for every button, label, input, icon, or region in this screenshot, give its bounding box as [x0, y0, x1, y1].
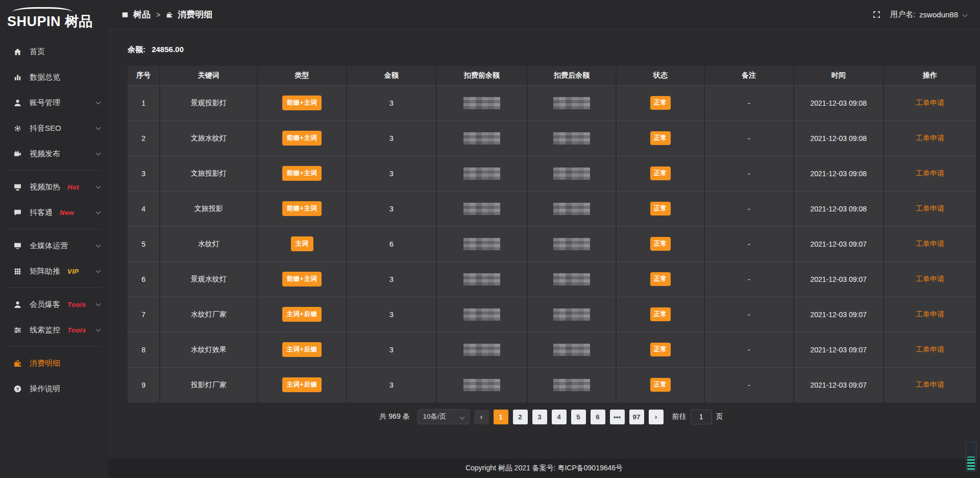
cell-action: 工单申请 [884, 85, 976, 121]
sidebar-item-9[interactable]: 矩阵助推VIP [0, 258, 108, 284]
page-button-97[interactable]: 97 [629, 410, 644, 424]
sidebar-item-12[interactable]: 消费明细 [0, 350, 108, 376]
column-header: 扣费前余额 [436, 66, 527, 85]
page-button-1[interactable]: 1 [494, 410, 508, 424]
page-button-5[interactable]: 5 [571, 410, 586, 424]
cell-status: 正常 [616, 261, 704, 297]
type-badge: 前缀+主词 [282, 166, 322, 181]
column-header: 类型 [257, 66, 347, 85]
cell-action: 工单申请 [884, 261, 976, 297]
cell-status: 正常 [616, 121, 704, 156]
main-area: 树品 > 消费明细 用户名: zswodun88 [108, 0, 980, 478]
floating-widget[interactable] [966, 442, 976, 471]
censored-value [463, 203, 500, 215]
work-order-link[interactable]: 工单申请 [916, 275, 944, 283]
sidebar-item-label: 视频加热 [30, 182, 60, 192]
table-row: 4文旅投影前缀+主词3正常-2021-12-03 09:08工单申请 [128, 191, 976, 226]
cell-balance-after [527, 226, 617, 261]
video-icon [13, 150, 22, 158]
table-row: 9投影灯厂家主词+后缀3正常-2021-12-03 09:07工单申请 [128, 367, 976, 402]
cell-balance-before [436, 226, 527, 261]
cell-index: 8 [128, 332, 160, 367]
cell-time: 2021-12-03 09:08 [794, 156, 884, 191]
user-menu[interactable]: 用户名: zswodun88 [890, 10, 967, 19]
censored-value [463, 238, 500, 250]
next-page-button[interactable]: › [649, 410, 664, 424]
sidebar-item-label: 操作说明 [30, 384, 60, 394]
cell-type: 前缀+主词 [257, 121, 347, 156]
chat-icon [13, 208, 22, 217]
type-badge: 前缀+主词 [282, 95, 322, 110]
page-ellipsis-button[interactable]: ••• [610, 410, 625, 424]
logo-text: SHUPIN 树品 [7, 12, 108, 31]
work-order-link[interactable]: 工单申请 [916, 99, 944, 107]
cell-balance-after [527, 367, 617, 402]
work-order-link[interactable]: 工单申请 [916, 240, 944, 248]
sidebar-item-8[interactable]: 全媒体运营 [0, 233, 108, 258]
cell-action: 工单申请 [884, 156, 976, 191]
chevron-down-icon [96, 301, 101, 306]
work-order-link[interactable]: 工单申请 [916, 134, 944, 142]
page-size-select[interactable]: 10条/页 [418, 409, 470, 424]
cell-action: 工单申请 [884, 226, 976, 261]
prev-page-button[interactable]: ‹ [474, 410, 489, 424]
cell-index: 4 [128, 191, 160, 226]
cell-amount: 3 [347, 297, 436, 332]
cell-status: 正常 [616, 332, 704, 367]
cell-keyword: 投影灯厂家 [160, 367, 257, 402]
page-button-3[interactable]: 3 [532, 410, 547, 424]
cell-amount: 3 [347, 85, 436, 121]
cell-status: 正常 [616, 367, 704, 402]
fullscreen-icon[interactable] [872, 10, 881, 19]
censored-value [463, 97, 500, 109]
page-button-2[interactable]: 2 [513, 410, 528, 424]
cell-remark: - [704, 191, 794, 226]
work-order-link[interactable]: 工单申请 [916, 380, 944, 389]
table-row: 2文旅水纹灯前缀+主词3正常-2021-12-03 09:08工单申请 [128, 121, 976, 156]
footer: Copyright 树品 2021 备案号: 粤ICP备09019646号 [108, 459, 980, 478]
chevron-down-icon [963, 12, 968, 17]
censored-value [553, 97, 590, 109]
grid-icon [13, 267, 22, 276]
sidebar-item-label: 消费明细 [30, 358, 60, 368]
home-icon [13, 47, 22, 56]
logo-chinese: 树品 [65, 14, 93, 29]
page-button-4[interactable]: 4 [552, 410, 567, 424]
cell-keyword: 景观投影灯 [160, 85, 257, 121]
censored-value [553, 344, 590, 356]
work-order-link[interactable]: 工单申请 [916, 169, 944, 177]
breadcrumb-item-current: 消费明细 [178, 9, 212, 20]
sidebar-item-2[interactable]: 数据总览 [0, 64, 108, 90]
sidebar-item-1[interactable]: 首页 [0, 39, 108, 64]
goto-page-input[interactable] [691, 410, 712, 424]
sidebar-item-13[interactable]: ?操作说明 [0, 376, 108, 401]
page-size-value: 10条/页 [423, 412, 447, 421]
sidebar-item-3[interactable]: 账号管理 [0, 90, 108, 115]
user-icon [13, 99, 22, 107]
cell-balance-after [527, 261, 617, 297]
consumption-table: 序号关键词类型金额扣费前余额扣费后余额状态备注时间操作 1景观投影灯前缀+主词3… [128, 66, 976, 402]
breadcrumb-item-home[interactable]: 树品 [133, 9, 151, 20]
cell-keyword: 水纹灯效果 [160, 332, 257, 367]
work-order-link[interactable]: 工单申请 [916, 204, 944, 212]
sidebar-item-7[interactable]: 抖客通New [0, 200, 108, 225]
column-header: 关键词 [160, 66, 257, 85]
cell-action: 工单申请 [884, 191, 976, 226]
sidebar-item-5[interactable]: 视频发布 [0, 141, 108, 166]
sidebar-item-tag: VIP [67, 268, 79, 275]
page-button-6[interactable]: 6 [591, 410, 605, 424]
cell-balance-before [436, 332, 527, 367]
sidebar-divider [7, 288, 101, 288]
logo-arc-decoration [12, 7, 72, 12]
sidebar-item-11[interactable]: 线索监控Tools [0, 317, 108, 343]
sidebar-item-4[interactable]: 抖音SEO [0, 115, 108, 141]
username-label: 用户名: [890, 10, 915, 19]
cell-status: 正常 [616, 156, 704, 191]
work-order-link[interactable]: 工单申请 [916, 345, 944, 353]
work-order-link[interactable]: 工单申请 [916, 310, 944, 318]
sidebar-item-6[interactable]: 视频加热Hot [0, 174, 108, 200]
cell-index: 1 [128, 85, 160, 121]
status-badge: 正常 [650, 96, 671, 110]
sidebar-item-10[interactable]: 会员爆客Tools [0, 292, 108, 317]
cell-status: 正常 [616, 191, 704, 226]
